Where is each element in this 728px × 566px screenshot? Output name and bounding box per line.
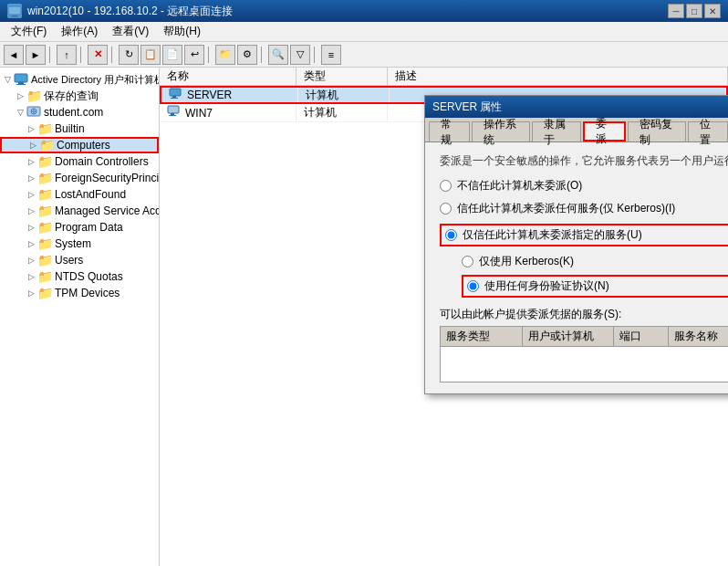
tab-password[interactable]: 密码复制	[628, 121, 686, 142]
folder-dc-icon: 📁	[37, 154, 52, 169]
radio-trust-any-input[interactable]	[440, 203, 452, 215]
close-window-button[interactable]: ✕	[704, 4, 721, 18]
search-button[interactable]: 🔍	[268, 45, 288, 65]
folder-saved-icon: 📁	[26, 89, 41, 103]
dialog-title-text: SERVER 属性	[432, 100, 502, 115]
filter-button[interactable]: ▽	[290, 45, 310, 65]
copy-button[interactable]: 📋	[140, 45, 161, 65]
radio-no-trust[interactable]: 不信任此计算机来委派(O)	[440, 178, 728, 194]
toolbar-sep-6	[314, 47, 317, 63]
tree-item-system[interactable]: ▷ 📁 System	[0, 236, 159, 252]
tree-item-tpm[interactable]: ▷ 📁 TPM Devices	[0, 285, 159, 301]
svg-rect-4	[18, 82, 24, 84]
tab-location[interactable]: 位置	[688, 121, 728, 142]
menu-file[interactable]: 文件(F)	[4, 22, 54, 41]
tree-item-foreign[interactable]: ▷ 📁 ForeignSecurityPrincipi	[0, 170, 159, 186]
menu-view[interactable]: 查看(V)	[105, 22, 156, 41]
tree-item-domain-controllers[interactable]: ▷ 📁 Domain Controllers	[0, 153, 159, 170]
title-bar: win2012(10 - 192.168.10.2 - 远程桌面连接 ─ □ ✕	[0, 0, 728, 22]
menu-help[interactable]: 帮助(H)	[156, 22, 208, 41]
svg-rect-14	[171, 113, 174, 115]
properties-button[interactable]: ⚙	[237, 45, 257, 65]
tree-item-ntds-label: NTDS Quotas	[55, 270, 123, 283]
radio-kerberos-input[interactable]	[462, 256, 473, 267]
svc-col-port: 端口	[614, 327, 669, 346]
svg-rect-11	[172, 96, 176, 98]
toolbar-sep-2	[80, 47, 84, 63]
toolbar-sep-3	[111, 47, 115, 63]
tree-item-ad-label: Active Directory 用户和计算机	[31, 73, 160, 87]
radio-trust-specified-input[interactable]	[445, 229, 457, 241]
view-button[interactable]: ≡	[321, 45, 341, 65]
svc-col-name: 服务名称	[669, 327, 728, 346]
tree-item-computers[interactable]: ▷ 📁 Computers	[0, 137, 159, 153]
tree-item-ntds[interactable]: ▷ 📁 NTDS Quotas	[0, 268, 159, 285]
tree-panel: ▽ Active Directory 用户和计算机 ▷ 📁 保存的查询 ▽ st…	[0, 68, 160, 566]
back-button[interactable]: ◄	[4, 45, 24, 65]
expand-student: ▽	[15, 107, 26, 118]
svg-rect-2	[10, 16, 19, 17]
forward-button[interactable]: ►	[26, 45, 46, 65]
tree-item-pd-label: Program Data	[55, 221, 123, 234]
toolbar-sep-4	[208, 47, 212, 63]
tab-member[interactable]: 隶属于	[532, 121, 581, 142]
tree-item-student[interactable]: ▽ student.com	[0, 104, 159, 121]
expand-builtin: ▷	[26, 123, 36, 134]
tab-general[interactable]: 常规	[429, 121, 470, 142]
svg-rect-13	[168, 106, 179, 113]
tree-item-dc-label: Domain Controllers	[55, 155, 149, 168]
delete-button[interactable]: ✕	[88, 45, 108, 65]
radio-kerberos-only[interactable]: 仅使用 Kerberos(K)	[462, 254, 728, 269]
dialog-tabs: 常规 操作系统 隶属于 委派 密码复制 位置 管理者	[425, 118, 728, 142]
tree-item-users[interactable]: ▷ 📁 Users	[0, 252, 159, 268]
radio-trust-specified-label: 仅信任此计算机来委派指定的服务(U)	[463, 227, 642, 243]
tree-item-laf-label: LostAndFound	[55, 188, 126, 201]
up-button[interactable]: ↑	[57, 45, 77, 65]
tab-delegate[interactable]: 委派	[583, 121, 626, 142]
title-bar-title: win2012(10 - 192.168.10.2 - 远程桌面连接	[27, 4, 662, 19]
dialog-title-bar: SERVER 属性 ? ✕	[425, 96, 728, 118]
toolbar-sep-5	[261, 47, 265, 63]
tab-os[interactable]: 操作系统	[472, 121, 530, 142]
toolbar: ◄ ► ↑ ✕ ↻ 📋 📄 ↩ 📁 ⚙ 🔍 ▽ ≡	[0, 42, 728, 68]
paste-button[interactable]: 📄	[162, 45, 182, 65]
radio-any-auth[interactable]: 使用任何身份验证协议(N)	[462, 275, 728, 298]
win7-type-cell: 计算机	[296, 104, 388, 121]
col-header-name[interactable]: 名称	[160, 68, 296, 85]
expand-users: ▷	[26, 255, 36, 266]
radio-any-auth-input[interactable]	[467, 280, 479, 292]
expand-system: ▷	[26, 238, 36, 249]
folder-users-icon: 📁	[37, 253, 52, 267]
menu-action[interactable]: 操作(A)	[54, 22, 105, 41]
svc-col-type: 服务类型	[441, 327, 523, 346]
tree-item-program-data[interactable]: ▷ 📁 Program Data	[0, 219, 159, 236]
radio-trust-any[interactable]: 信任此计算机来委派任何服务(仅 Kerberos)(I)	[440, 201, 728, 216]
new-button[interactable]: 📁	[215, 45, 235, 65]
tree-item-laf[interactable]: ▷ 📁 LostAndFound	[0, 186, 159, 203]
main-area: ▽ Active Directory 用户和计算机 ▷ 📁 保存的查询 ▽ st…	[0, 68, 728, 566]
folder-builtin-icon: 📁	[37, 121, 52, 136]
radio-trust-specified[interactable]: 仅信任此计算机来委派指定的服务(U)	[440, 224, 728, 246]
minimize-button[interactable]: ─	[668, 4, 684, 18]
delegation-description: 委派是一个安全敏感的操作，它允许服务代表另一个用户运行。	[440, 153, 728, 169]
domain-icon	[26, 105, 41, 120]
col-header-desc[interactable]: 描述	[388, 68, 728, 85]
expand-managed: ▷	[26, 205, 36, 216]
folder-system-icon: 📁	[37, 236, 52, 251]
tree-item-saved-label: 保存的查询	[44, 89, 99, 104]
radio-kerberos-label: 仅使用 Kerberos(K)	[479, 254, 574, 269]
refresh-button[interactable]: ↻	[119, 45, 139, 65]
tree-item-users-label: Users	[55, 254, 83, 267]
server-computer-icon	[169, 88, 183, 103]
tree-item-builtin[interactable]: ▷ 📁 Builtin	[0, 121, 159, 137]
col-header-type[interactable]: 类型	[296, 68, 388, 85]
maximize-button[interactable]: □	[686, 4, 702, 18]
svc-col-user: 用户或计算机	[523, 327, 614, 346]
service-table-body[interactable]	[440, 346, 728, 383]
radio-no-trust-input[interactable]	[440, 180, 452, 192]
tree-item-saved[interactable]: ▷ 📁 保存的查询	[0, 88, 159, 104]
expand-computers: ▷	[27, 140, 38, 151]
undo-button[interactable]: ↩	[184, 45, 204, 65]
tree-item-ad-root[interactable]: ▽ Active Directory 用户和计算机	[0, 71, 159, 88]
tree-item-managed[interactable]: ▷ 📁 Managed Service Acco…	[0, 203, 159, 219]
